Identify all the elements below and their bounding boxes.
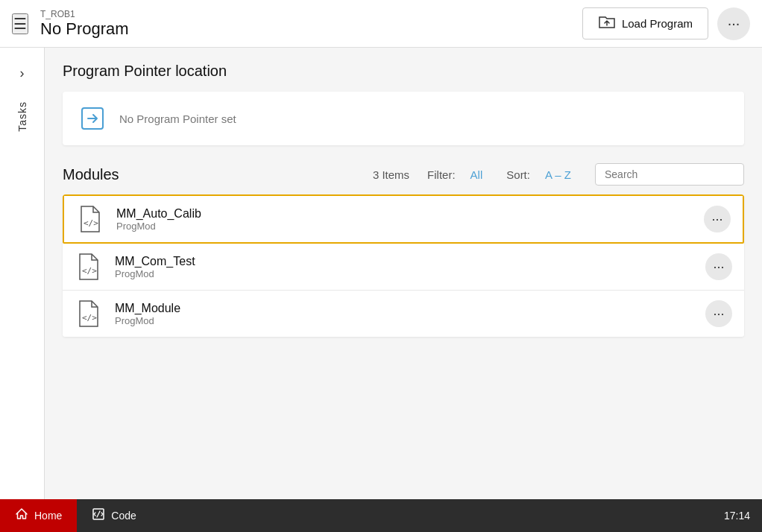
modules-header: Modules 3 Items Filter: All Sort: A – Z xyxy=(63,163,744,186)
home-label: Home xyxy=(34,510,62,522)
module-name-0: MM_Auto_Calib xyxy=(116,207,692,221)
pointer-card: No Program Pointer set xyxy=(63,92,744,145)
top-header: ☰ T_ROB1 No Program Load Program ··· xyxy=(0,0,762,48)
module-more-button-1[interactable]: ··· xyxy=(705,253,732,280)
content-area: Program Pointer location No Program Poin… xyxy=(45,48,762,499)
module-more-button-2[interactable]: ··· xyxy=(705,300,732,327)
main-body: › Tasks Program Pointer location No Prog… xyxy=(0,48,762,499)
home-icon xyxy=(15,507,28,524)
module-list: </> MM_Auto_Calib ProgMod ··· </> xyxy=(63,194,744,337)
module-item-1[interactable]: </> MM_Com_Test ProgMod ··· xyxy=(63,244,744,291)
program-name: No Program xyxy=(40,19,582,39)
robot-name: T_ROB1 xyxy=(40,9,582,19)
chevron-right-icon: › xyxy=(20,66,25,81)
module-type-1: ProgMod xyxy=(115,268,693,279)
module-info-2: MM_Module ProgMod xyxy=(115,302,693,326)
no-pointer-text: No Program Pointer set xyxy=(119,113,236,125)
svg-text:</>: </> xyxy=(82,313,97,323)
svg-text:</>: </> xyxy=(84,218,98,228)
module-info-1: MM_Com_Test ProgMod xyxy=(115,255,693,279)
module-more-button-0[interactable]: ··· xyxy=(704,206,731,232)
sort-label: Sort: xyxy=(506,168,530,181)
module-more-icon-1: ··· xyxy=(713,259,724,275)
upload-icon xyxy=(598,14,616,33)
title-block: T_ROB1 No Program xyxy=(40,9,582,39)
module-more-icon-2: ··· xyxy=(713,306,724,322)
taskbar: Home Code 17:14 xyxy=(0,499,762,532)
home-button[interactable]: Home xyxy=(0,499,77,532)
module-name-2: MM_Module xyxy=(115,302,693,315)
svg-text:</>: </> xyxy=(82,266,97,276)
modules-count: 3 Items xyxy=(373,168,409,181)
module-type-2: ProgMod xyxy=(115,315,693,326)
header-more-button[interactable]: ··· xyxy=(717,7,750,40)
pointer-section-title: Program Pointer location xyxy=(63,63,744,80)
module-file-icon-0: </> xyxy=(76,205,104,233)
load-program-button[interactable]: Load Program xyxy=(582,7,708,39)
code-icon xyxy=(92,507,105,524)
filter-value[interactable]: All xyxy=(470,168,483,181)
tasks-label: Tasks xyxy=(16,101,28,132)
filter-label: Filter: xyxy=(427,168,456,181)
load-program-label: Load Program xyxy=(622,17,693,30)
pointer-icon xyxy=(78,104,107,133)
header-more-icon: ··· xyxy=(728,15,740,32)
hamburger-button[interactable]: ☰ xyxy=(12,13,28,34)
module-type-0: ProgMod xyxy=(116,221,692,232)
modules-title: Modules xyxy=(63,166,119,183)
module-item-0[interactable]: </> MM_Auto_Calib ProgMod ··· xyxy=(63,194,744,244)
module-more-icon-0: ··· xyxy=(711,212,722,227)
module-file-icon-1: </> xyxy=(75,253,103,281)
module-name-1: MM_Com_Test xyxy=(115,255,693,268)
code-label: Code xyxy=(111,510,136,522)
code-button[interactable]: Code xyxy=(77,499,151,532)
sort-value[interactable]: A – Z xyxy=(545,168,571,181)
search-input[interactable] xyxy=(595,163,744,186)
module-item-2[interactable]: </> MM_Module ProgMod ··· xyxy=(63,291,744,337)
expand-button[interactable]: › xyxy=(9,60,36,86)
module-file-icon-2: </> xyxy=(75,300,103,328)
module-info-0: MM_Auto_Calib ProgMod xyxy=(116,207,692,232)
taskbar-time: 17:14 xyxy=(724,510,762,522)
left-sidebar: › Tasks xyxy=(0,48,45,499)
